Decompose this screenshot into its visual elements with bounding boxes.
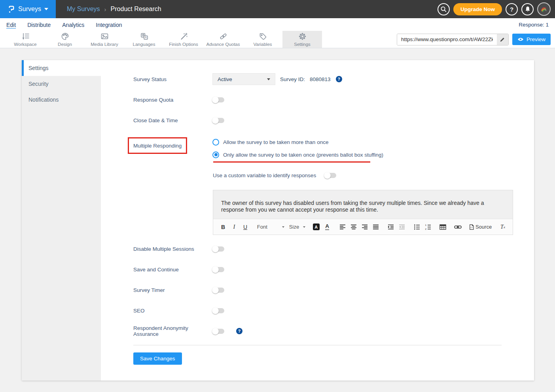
- radio-unselected-icon[interactable]: [212, 139, 219, 146]
- increase-indent-icon: [388, 224, 394, 230]
- tab-integration[interactable]: Integration: [96, 21, 122, 28]
- underline-button[interactable]: U: [241, 222, 250, 232]
- bold-button[interactable]: B: [218, 222, 228, 232]
- toolbar-item-label: Workspace: [14, 42, 36, 47]
- survey-url-input[interactable]: [397, 34, 497, 45]
- seo-toggle[interactable]: [212, 308, 224, 313]
- save-and-continue-toggle[interactable]: [212, 267, 224, 272]
- search-icon: [440, 6, 447, 13]
- survey-id-help-icon[interactable]: ?: [336, 76, 342, 82]
- finish-options-icon: [179, 32, 188, 41]
- toolbar-item-variables[interactable]: Variables: [243, 31, 282, 48]
- toolbar-item-media-library[interactable]: Media Library: [85, 31, 124, 48]
- divider: [133, 345, 502, 345]
- preview-button[interactable]: Preview: [512, 34, 551, 45]
- close-date-toggle[interactable]: [212, 118, 224, 123]
- toolbar-item-label: Media Library: [91, 42, 118, 47]
- size-dropdown[interactable]: Size: [288, 222, 307, 232]
- editor-toolbar: B I U Font Size A A: [213, 219, 513, 235]
- close-date-row: Close Date & Time: [133, 116, 534, 124]
- design-palette-icon: [61, 32, 70, 41]
- toolbar-item-workspace[interactable]: Workspace: [6, 31, 45, 48]
- chevron-down-icon: [282, 226, 284, 228]
- radio-option-multiple-allowed[interactable]: Allow the survey to be taken more than o…: [212, 138, 383, 146]
- sidebar-item-settings[interactable]: Settings: [22, 60, 101, 76]
- edit-url-button[interactable]: [497, 34, 508, 45]
- chevron-down-icon: [267, 78, 270, 80]
- respondent-anonymity-toggle[interactable]: [212, 329, 224, 334]
- align-center-button[interactable]: [349, 222, 358, 232]
- product-name: Surveys: [18, 6, 41, 13]
- product-switcher[interactable]: Surveys: [0, 0, 56, 18]
- survey-status-select[interactable]: Active: [212, 73, 275, 85]
- avatar-logo-icon: [540, 5, 548, 13]
- settings-card: Settings Security Notifications Survey S…: [22, 60, 534, 381]
- align-right-button[interactable]: [360, 222, 369, 232]
- settings-sidebar: Settings Security Notifications: [22, 60, 101, 381]
- toggle-knob: [212, 328, 219, 335]
- italic-button[interactable]: I: [229, 222, 239, 232]
- radio-option-label: Allow the survey to be taken more than o…: [223, 139, 328, 145]
- toolbar-item-label: Variables: [253, 42, 272, 47]
- align-justify-button[interactable]: [371, 222, 381, 232]
- custom-variable-row: Use a custom variable to identify respon…: [213, 172, 534, 178]
- breadcrumb: My Surveys › Product Research: [67, 6, 161, 13]
- question-mark-icon: ?: [510, 6, 513, 13]
- respondent-anonymity-help-icon[interactable]: ?: [236, 328, 242, 334]
- chevron-down-icon: [44, 8, 48, 10]
- text-color-button[interactable]: A: [323, 222, 333, 232]
- response-quota-toggle[interactable]: [212, 97, 224, 102]
- insert-table-button[interactable]: [438, 222, 448, 232]
- svg-text:2: 2: [425, 227, 426, 230]
- insert-link-button[interactable]: [453, 222, 463, 232]
- radio-selected-icon[interactable]: [212, 151, 219, 158]
- survey-timer-row: Survey Timer: [133, 286, 534, 294]
- survey-timer-toggle[interactable]: [212, 288, 224, 293]
- editor-message[interactable]: The owner of this survey has disabled us…: [213, 190, 513, 219]
- background-color-button[interactable]: A: [312, 222, 322, 232]
- sidebar-item-notifications[interactable]: Notifications: [22, 92, 101, 108]
- respondent-anonymity-row: Respondent Anonymity Assurance ?: [133, 327, 534, 335]
- toolbar-item-advance-quotas[interactable]: Advance Quotas: [203, 31, 243, 48]
- help-button[interactable]: ?: [506, 3, 518, 15]
- multiple-responding-section: Multiple Responding Allow the survey to …: [133, 138, 534, 163]
- tab-analytics[interactable]: Analytics: [62, 21, 84, 28]
- decrease-indent-icon: [399, 224, 405, 230]
- radio-option-once-only[interactable]: Only allow the survey to be taken once (…: [212, 151, 383, 159]
- survey-url-field: [397, 34, 509, 45]
- toolbar-item-languages[interactable]: A Languages: [124, 31, 164, 48]
- response-quota-row: Response Quota: [133, 96, 534, 104]
- disable-multiple-sessions-toggle[interactable]: [212, 246, 224, 252]
- increase-indent-button[interactable]: [386, 222, 396, 232]
- save-changes-button[interactable]: Save Changes: [133, 352, 182, 365]
- bulleted-list-button[interactable]: [412, 222, 422, 232]
- multiple-responding-options: Allow the survey to be taken more than o…: [212, 138, 383, 163]
- tab-distribute[interactable]: Distribute: [27, 21, 51, 28]
- toolbar-item-design[interactable]: Design: [45, 31, 85, 48]
- source-button[interactable]: <> Source: [468, 222, 493, 232]
- notifications-button[interactable]: [521, 3, 534, 15]
- sidebar-item-security[interactable]: Security: [22, 76, 101, 92]
- align-left-button[interactable]: [338, 222, 347, 232]
- toolbar-item-label: Finish Options: [169, 42, 198, 47]
- svg-text:A: A: [144, 36, 146, 39]
- save-and-continue-label: Save and Continue: [133, 267, 212, 273]
- remove-format-button[interactable]: Tx: [498, 222, 508, 232]
- upgrade-now-button[interactable]: Upgrade Now: [453, 3, 502, 15]
- align-justify-icon: [373, 224, 379, 230]
- numbered-list-button[interactable]: 12: [423, 222, 433, 232]
- search-button[interactable]: [438, 3, 450, 15]
- table-icon: [439, 224, 447, 230]
- bell-icon: [525, 6, 531, 13]
- svg-text:<>: <>: [470, 226, 473, 229]
- font-dropdown[interactable]: Font: [256, 222, 286, 232]
- decrease-indent-button[interactable]: [397, 222, 407, 232]
- tab-edit[interactable]: Edit: [6, 21, 16, 28]
- breadcrumb-my-surveys[interactable]: My Surveys: [67, 6, 100, 13]
- preview-label: Preview: [527, 36, 546, 42]
- toolbar-item-finish-options[interactable]: Finish Options: [164, 31, 203, 48]
- custom-variable-toggle[interactable]: [324, 173, 336, 178]
- toolbar-item-settings[interactable]: Settings: [282, 31, 322, 48]
- user-avatar[interactable]: [537, 2, 551, 16]
- annotation-red-box: Multiple Responding: [128, 137, 187, 154]
